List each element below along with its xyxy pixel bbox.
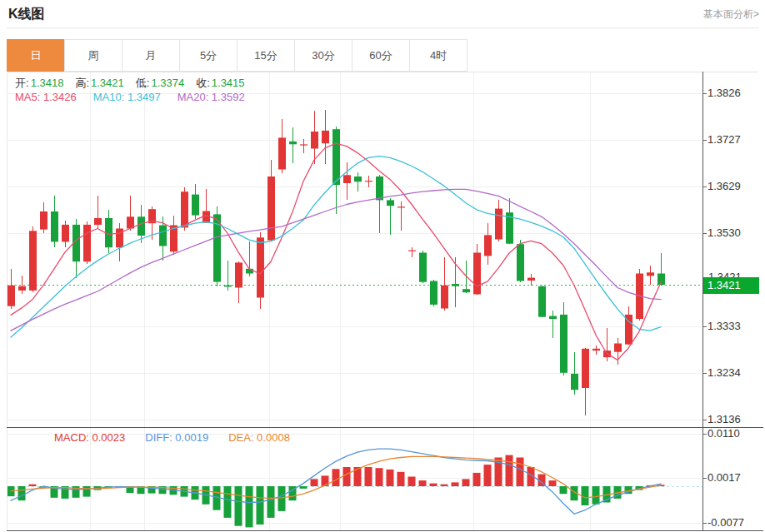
- macd-histogram-bar: [452, 482, 459, 486]
- ohlc-item: 高:1.3421: [75, 76, 123, 91]
- candle-body: [343, 175, 351, 183]
- tab-period-7[interactable]: 60分: [352, 39, 410, 72]
- current-price-badge: 1.3421: [703, 277, 759, 294]
- ohlc-item: 开:1.3418: [15, 76, 63, 91]
- candle-body: [658, 274, 665, 286]
- macd-histogram-bar: [332, 469, 340, 486]
- candle-body: [549, 316, 557, 319]
- candle-body: [387, 200, 394, 206]
- candle-body: [278, 137, 286, 169]
- macd-item: DIFF: 0.0019: [145, 431, 208, 444]
- candle-body: [571, 374, 578, 390]
- macd-tick-label: 0.0110: [708, 427, 740, 440]
- macd-histogram-bar: [376, 468, 383, 486]
- macd-histogram-bar: [300, 486, 308, 489]
- candle-body: [192, 195, 199, 216]
- candle-body: [408, 251, 416, 251]
- candle-body: [419, 253, 427, 282]
- candle-body: [8, 286, 15, 306]
- price-tick-label: 1.3727: [708, 133, 741, 146]
- ohlc-label: 开:: [15, 77, 29, 89]
- candle-body: [452, 284, 459, 286]
- candle-body: [235, 262, 242, 287]
- kline-page: K线图 基本面分析> 日周月5分15分30分60分4时 开:1.3418高:1.…: [0, 0, 765, 532]
- candle-body: [365, 181, 372, 181]
- macd-histogram-bar: [83, 486, 91, 497]
- candle-body: [159, 226, 167, 246]
- candle-body: [29, 231, 37, 291]
- candle-body: [473, 253, 481, 295]
- macd-histogram-bar: [311, 479, 318, 486]
- tab-period-2[interactable]: 周: [64, 39, 122, 72]
- macd-histogram-bar: [592, 486, 600, 505]
- price-tick-label: 1.3333: [708, 320, 741, 332]
- price-tick-label: 1.3234: [708, 366, 741, 379]
- candle-body: [322, 131, 329, 143]
- candle-body: [181, 191, 188, 227]
- candle-body: [354, 177, 362, 181]
- candle-body: [441, 286, 448, 309]
- candle-body: [582, 349, 589, 388]
- tab-period-1[interactable]: 日: [7, 39, 65, 72]
- macd-histogram-bar: [560, 486, 568, 494]
- macd-histogram-bar: [224, 486, 232, 518]
- macd-histogram-bar: [343, 467, 351, 486]
- candle-body: [376, 177, 383, 200]
- candle-body: [538, 286, 546, 317]
- macd-histogram-bar: [398, 472, 405, 486]
- tab-period-8[interactable]: 4时: [409, 39, 468, 72]
- candle-body: [462, 289, 470, 292]
- candle-body: [202, 211, 210, 223]
- price-tick-label: 1.3826: [708, 87, 741, 99]
- macd-histogram-bar: [462, 479, 470, 486]
- ohlc-item: 低:1.3374: [136, 76, 184, 91]
- macd-histogram-bar: [484, 465, 492, 486]
- macd-histogram-bar: [387, 470, 394, 486]
- candle-body: [647, 272, 654, 276]
- candle-body: [430, 281, 438, 305]
- price-tick-label: 1.3530: [708, 226, 741, 239]
- ma-item: MA10: 1.3497: [93, 91, 161, 103]
- macd-histogram-bar: [268, 486, 275, 518]
- macd-histogram-bar: [549, 480, 557, 486]
- macd-histogram-bar: [441, 485, 448, 486]
- macd-histogram-bar: [517, 458, 524, 487]
- tab-period-3[interactable]: 月: [122, 39, 180, 72]
- candle-body: [257, 237, 264, 297]
- candle-body: [18, 286, 26, 291]
- ohlc-value: 1.3374: [151, 77, 184, 89]
- candle-body: [614, 344, 622, 352]
- ohlc-label: 低:: [136, 77, 150, 89]
- candle-body: [484, 235, 492, 256]
- candle-body: [94, 218, 102, 225]
- candle-body: [300, 144, 308, 145]
- macd-histogram-bar: [278, 486, 286, 511]
- ma-item: MA20: 1.3592: [178, 91, 245, 103]
- candle-body: [83, 225, 91, 261]
- candle-body: [592, 349, 600, 351]
- price-tick-label: 1.3629: [708, 180, 741, 192]
- ma-info-bar: MA5: 1.3426MA10: 1.3497MA20: 1.3592: [15, 91, 262, 103]
- macd-tick-label: -0.0077: [708, 516, 744, 529]
- period-tabs: 日周月5分15分30分60分4时: [7, 39, 468, 72]
- macd-histogram-bar: [506, 455, 513, 486]
- tab-period-5[interactable]: 15分: [237, 39, 295, 72]
- candle-body: [398, 206, 405, 207]
- candle-body: [268, 177, 275, 241]
- price-tick-label: 1.3136: [708, 413, 741, 425]
- candle-body: [51, 211, 58, 241]
- candle-body: [224, 286, 232, 287]
- candle-body: [332, 129, 340, 185]
- tab-period-6[interactable]: 30分: [294, 39, 352, 72]
- candle-body: [40, 211, 48, 230]
- macd-histogram-bar: [257, 486, 264, 525]
- macd-histogram-bar: [322, 475, 329, 486]
- tab-period-4[interactable]: 5分: [179, 39, 238, 72]
- macd-histogram-bar: [408, 477, 416, 487]
- macd-histogram-bar: [18, 486, 26, 500]
- macd-item: MACD: 0.0023: [54, 431, 125, 444]
- ohlc-label: 收:: [196, 77, 210, 89]
- macd-tick-label: 0.0017: [708, 471, 741, 484]
- macd-histogram-bar: [29, 485, 37, 486]
- candle-body: [311, 132, 318, 149]
